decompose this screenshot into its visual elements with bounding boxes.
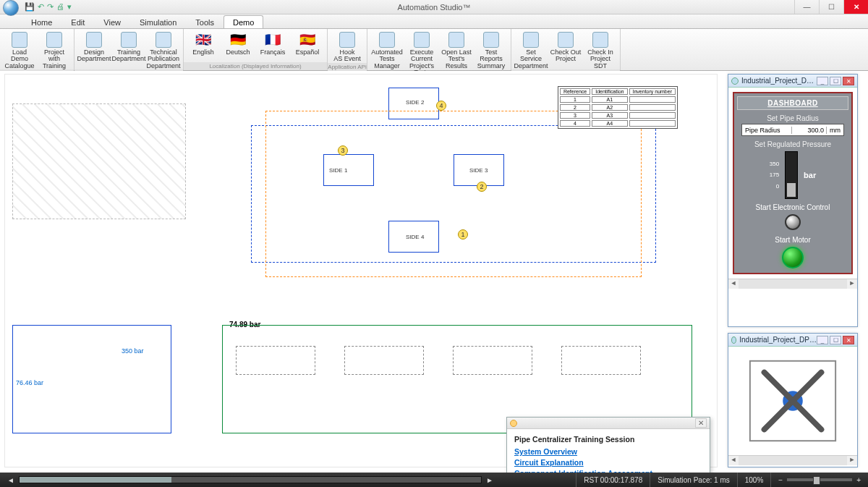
- training-link-0[interactable]: System Overview: [514, 446, 702, 457]
- zoom-out-icon[interactable]: −: [778, 476, 783, 484]
- tab-view[interactable]: View: [94, 15, 130, 28]
- ribbon-btn-label: Department: [77, 56, 111, 62]
- ribbon-btn-label: Project SDT: [584, 56, 617, 69]
- tech-pub-department-button[interactable]: Technical PublicationDepartment: [147, 30, 180, 69]
- status-zoom: 100%: [737, 473, 771, 487]
- start-motor-button[interactable]: [782, 247, 804, 268]
- training-link-1[interactable]: Circuit Explanation: [514, 457, 702, 468]
- app-orb-icon[interactable]: [3, 0, 19, 16]
- qat-more-icon[interactable]: ▾: [67, 2, 72, 12]
- diagram-panel: Industrial_Project_DP… _ ☐ ✕ ◄ ►: [728, 333, 858, 467]
- training-department-button[interactable]: TrainingDepartment: [112, 30, 145, 69]
- diagram-panel-min-button[interactable]: _: [817, 336, 828, 344]
- central-circuit: SIDE 2 SIDE 1 SIDE 3 SIDE 4 1 2 3 4 Refe…: [222, 82, 699, 313]
- training-popup-title: Pipe Centralizer Training Session: [514, 435, 702, 444]
- load-demo-catalogue-button[interactable]: Load DemoCatalogue: [3, 30, 36, 69]
- lang-espanol-button[interactable]: 🇪🇸Español: [291, 30, 324, 62]
- lang-espanol-icon: 🇪🇸: [299, 32, 315, 48]
- ribbon: Load DemoCatalogueProject withTrainingDe…: [0, 29, 868, 71]
- pipe-radius-unit: mm: [826, 127, 843, 134]
- execute-current-tests-button[interactable]: Execute CurrentProject's Tests: [405, 30, 438, 77]
- tab-tools[interactable]: Tools: [186, 15, 224, 28]
- project-with-training-button[interactable]: Project withTraining: [38, 30, 71, 69]
- ribbon-btn-label: Project: [556, 56, 576, 62]
- set-service-department-button[interactable]: Set ServiceDepartment: [514, 30, 548, 69]
- ref-table-cell: 2: [560, 104, 590, 111]
- scroll-track[interactable]: [739, 279, 847, 289]
- ribbon-btn-label: Español: [296, 49, 320, 56]
- pipe-radius-value[interactable]: 300.0: [791, 127, 826, 134]
- pump-unit: 76.46 bar 350 bar: [12, 325, 171, 433]
- ref-table-cell: [629, 96, 676, 103]
- scroll-right-icon[interactable]: ►: [847, 279, 857, 289]
- check-out-project-button[interactable]: Check OutProject: [549, 30, 582, 69]
- tick-350: 350: [770, 158, 779, 169]
- electronic-control-toggle[interactable]: [785, 214, 801, 230]
- ribbon-group: DesignDepartmentTrainingDepartmentTechni…: [75, 29, 184, 70]
- workspace: SIDE 2 SIDE 1 SIDE 3 SIDE 4 1 2 3 4 Refe…: [0, 71, 868, 473]
- tab-demo[interactable]: Demo: [224, 15, 263, 28]
- dashboard-panel-hscroll[interactable]: ◄ ►: [728, 279, 857, 289]
- check-in-project-sdt-button[interactable]: Check InProject SDT: [584, 30, 617, 69]
- schematic-canvas[interactable]: SIDE 2 SIDE 1 SIDE 3 SIDE 4 1 2 3 4 Refe…: [4, 74, 718, 467]
- automated-tests-manager-button[interactable]: AutomatedTests Manager: [370, 30, 404, 77]
- window-close-button[interactable]: ✕: [843, 0, 868, 14]
- pressure-gauge-unit: bar: [804, 171, 816, 179]
- sim-next-icon[interactable]: ►: [486, 476, 493, 484]
- diagram-panel-hscroll[interactable]: ◄ ►: [728, 455, 857, 465]
- centralizer-diagram: [728, 347, 857, 455]
- scroll-left-icon[interactable]: ◄: [728, 279, 739, 289]
- automated-tests-manager-icon: [379, 32, 395, 48]
- scroll-track[interactable]: [739, 456, 847, 465]
- diagram-panel-header[interactable]: Industrial_Project_DP… _ ☐ ✕: [728, 334, 857, 347]
- status-pace: Simulation Pace: 1 ms: [650, 473, 737, 487]
- lang-francais-button[interactable]: 🇫🇷Français: [256, 30, 289, 62]
- hook-as-event-button[interactable]: HookAS Event: [331, 30, 364, 63]
- qat-redo-icon[interactable]: ↷: [47, 2, 54, 12]
- test-reports-summary-button[interactable]: Test ReportsSummary: [475, 30, 508, 77]
- qat-undo-icon[interactable]: ↶: [38, 2, 44, 12]
- training-popup-close-button[interactable]: ✕: [695, 418, 707, 428]
- training-popup: ✕ Pipe Centralizer Training Session Syst…: [506, 417, 710, 473]
- ribbon-btn-label: Test Reports: [475, 49, 508, 63]
- dashboard-panel-close-button[interactable]: ✕: [843, 77, 854, 85]
- ref-table-cell: [629, 120, 676, 127]
- tab-home[interactable]: Home: [22, 15, 61, 28]
- ribbon-group-label: Application APi: [328, 63, 367, 71]
- window-maximize-button[interactable]: ☐: [819, 0, 843, 14]
- ref-table-header: Identification: [592, 88, 627, 95]
- qat-print-icon[interactable]: 🖨: [56, 2, 64, 12]
- scroll-right-icon[interactable]: ►: [847, 456, 857, 465]
- dashboard-panel-max-button[interactable]: ☐: [830, 77, 841, 85]
- lang-deutsch-button[interactable]: 🇩🇪Deutsch: [221, 30, 255, 62]
- pipe-radius-field[interactable]: Pipe Radius 300.0 mm: [741, 124, 844, 136]
- diagram-panel-max-button[interactable]: ☐: [830, 336, 841, 344]
- window-minimize-button[interactable]: —: [794, 0, 819, 14]
- dashboard-panel-header[interactable]: Industrial_Project_D… _ ☐ ✕: [728, 75, 857, 88]
- training-popup-titlebar[interactable]: ✕: [507, 418, 710, 429]
- open-last-results-icon: [448, 32, 464, 48]
- zoom-in-icon[interactable]: +: [856, 476, 861, 484]
- sim-progress-bar[interactable]: [19, 476, 482, 483]
- ribbon-group-label: Localization (Displayed Information): [184, 62, 327, 70]
- pressure-gauge-bar[interactable]: [785, 151, 798, 199]
- lang-english-button[interactable]: 🇬🇧English: [187, 30, 220, 62]
- ribbon-group: Set ServiceDepartmentCheck OutProjectChe…: [511, 29, 621, 70]
- zoom-slider[interactable]: [787, 478, 852, 481]
- ref-table-cell: [629, 112, 676, 119]
- dashboard-panel-min-button[interactable]: _: [817, 77, 828, 85]
- sim-controls: ◄ ►: [0, 473, 501, 487]
- qat-save-icon[interactable]: 💾: [25, 2, 35, 12]
- tab-simulation[interactable]: Simulation: [130, 15, 186, 28]
- ribbon-btn-label: Department: [514, 63, 548, 69]
- open-last-results-button[interactable]: Open LastTest's Results: [440, 30, 473, 77]
- lang-francais-icon: 🇫🇷: [265, 32, 281, 48]
- pump-pressure-readout: 76.46 bar: [16, 379, 43, 386]
- design-department-button[interactable]: DesignDepartment: [77, 30, 111, 69]
- hook-as-event-icon: [339, 32, 355, 48]
- sim-prev-icon[interactable]: ◄: [7, 476, 14, 484]
- tab-edit[interactable]: Edit: [61, 15, 94, 28]
- diagram-panel-close-button[interactable]: ✕: [843, 336, 854, 344]
- scroll-left-icon[interactable]: ◄: [728, 456, 739, 465]
- ribbon-btn-label: English: [192, 49, 214, 56]
